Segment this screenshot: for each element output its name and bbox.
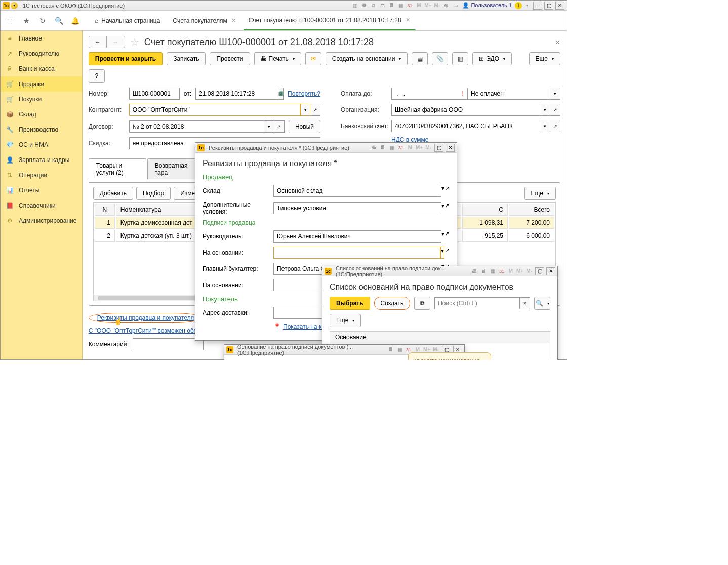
m-icon[interactable]: M <box>415 2 423 10</box>
tab-invoices[interactable]: Счета покупателям ✕ <box>168 11 241 30</box>
maximize-button[interactable]: ▢ <box>434 144 443 152</box>
manager-input[interactable] <box>273 230 441 243</box>
favorite-icon[interactable]: ★ <box>20 14 33 27</box>
post-button[interactable]: Провести <box>210 52 250 65</box>
org-input[interactable] <box>391 104 540 116</box>
open-icon[interactable]: ↗ <box>550 104 560 116</box>
sidebar-item-hr[interactable]: 👤Зарплата и кадры <box>1 152 82 168</box>
select-button[interactable]: Выбрать <box>330 297 370 310</box>
tab-returnable[interactable]: Возвратная тара <box>147 158 199 179</box>
clear-search-icon[interactable]: ✕ <box>520 297 530 309</box>
dropdown-icon[interactable]: ▾ <box>550 88 560 100</box>
info-caret-icon[interactable]: ▾ <box>523 2 531 10</box>
print-icon[interactable]: 🖶 <box>470 267 478 275</box>
list-button[interactable]: ▥ <box>452 52 468 65</box>
dropdown-icon[interactable]: ▾ <box>440 247 444 259</box>
m-plus-icon[interactable]: M+ <box>516 267 524 275</box>
tab-close-icon[interactable]: ✕ <box>406 17 410 23</box>
sidebar-item-sales[interactable]: 🛒Продажи <box>1 76 82 92</box>
sidebar-item-bank[interactable]: ₽Банк и касса <box>1 61 82 76</box>
email-button[interactable]: ✉ <box>305 52 321 65</box>
col-c[interactable]: С <box>462 204 508 216</box>
info-icon[interactable]: i <box>515 2 522 9</box>
m-minus-icon[interactable]: M- <box>525 267 533 275</box>
tab-close-icon[interactable]: ✕ <box>231 17 236 24</box>
payment-status-input[interactable] <box>467 88 550 100</box>
compare-icon[interactable]: ⚖ <box>378 2 386 10</box>
add-row-button[interactable]: Добавить <box>93 187 133 200</box>
close-button[interactable]: ✕ <box>546 267 555 275</box>
sidebar-item-admin[interactable]: ⚙Администрирование <box>1 213 82 228</box>
attach-button[interactable]: 📎 <box>432 52 448 65</box>
more-button[interactable]: Еще▾ <box>529 52 560 65</box>
bell-icon[interactable]: 🔔 <box>68 14 82 27</box>
maximize-button[interactable]: ▢ <box>535 267 544 275</box>
sidebar-item-reports[interactable]: 📊Отчеты <box>1 183 82 198</box>
edo-button[interactable]: ⊞ЭДО▾ <box>472 52 512 65</box>
sidebar-item-manager[interactable]: ↗Руководителю <box>1 46 82 61</box>
new-contract-button[interactable]: Новый <box>289 120 320 133</box>
copy-icon[interactable]: ⧉ <box>369 2 377 10</box>
current-user[interactable]: 👤 Пользователь 1 <box>460 2 514 9</box>
col-n[interactable]: N <box>95 204 115 216</box>
exchange-link[interactable]: С "ООО "ОптТоргСити"" возможен обме <box>89 327 201 334</box>
dropdown-icon[interactable]: ▾ <box>264 120 274 133</box>
m-plus-icon[interactable]: M+ <box>424 2 432 10</box>
m-icon[interactable]: M <box>507 267 515 275</box>
print-icon[interactable]: 🖶 <box>360 2 368 10</box>
sidebar-item-operations[interactable]: ⇅Операции <box>1 168 82 183</box>
repeat-link[interactable]: Повторять? <box>288 90 320 97</box>
nav-back-button[interactable]: ← <box>89 36 107 48</box>
contract-input[interactable] <box>129 120 264 133</box>
structure-button[interactable]: ▤ <box>412 52 428 65</box>
comment-input[interactable] <box>133 338 204 350</box>
history-icon[interactable]: ↻ <box>36 14 49 27</box>
maximize-button[interactable]: ▢ <box>544 2 553 10</box>
apps-icon[interactable]: ▦ <box>4 14 17 27</box>
print-button[interactable]: 🖶Печать▾ <box>254 52 301 65</box>
dropdown-icon[interactable]: ▾ <box>300 104 310 116</box>
conditions-input[interactable] <box>273 202 441 214</box>
table-more-button[interactable]: Еще▾ <box>524 187 556 200</box>
calc-icon[interactable]: 🖩 <box>387 2 395 10</box>
create-based-button[interactable]: Создать на основании▾ <box>326 52 408 65</box>
open-icon[interactable]: ↗ <box>550 120 560 132</box>
pick-button[interactable]: Подбор <box>136 187 171 200</box>
sidebar-item-production[interactable]: 🔧Производство <box>1 122 82 137</box>
close-button[interactable]: ✕ <box>446 144 455 152</box>
sidebar-item-catalogs[interactable]: 📕Справочники <box>1 198 82 213</box>
minimize-button[interactable]: — <box>533 2 542 10</box>
tab-goods[interactable]: Товары и услуги (2) <box>89 158 146 179</box>
sidebar-item-warehouse[interactable]: 📦Склад <box>1 107 82 122</box>
create-button[interactable]: Создать <box>374 297 411 310</box>
calendar-icon[interactable]: ▦ <box>395 346 403 354</box>
nav-forward-button[interactable]: → <box>107 36 125 48</box>
save-button[interactable]: Записать <box>167 52 206 65</box>
calc-icon[interactable]: 🖩 <box>479 267 488 275</box>
preview-icon[interactable]: ▥ <box>351 2 359 10</box>
search-go-button[interactable]: 🔍▾ <box>534 297 550 310</box>
seller-buyer-details-link[interactable]: Реквизиты продавца и покупателя <box>97 314 194 321</box>
date-icon[interactable]: 31 <box>406 2 414 10</box>
app-menu-icon[interactable]: ▾ <box>11 2 18 9</box>
tab-home[interactable]: ⌂ Начальная страница <box>90 11 166 30</box>
open-icon[interactable]: ↗ <box>310 104 320 116</box>
search-icon[interactable]: 🔍 <box>52 14 65 27</box>
tab-current-doc[interactable]: Счет покупателю Ш100-000001 от 21.08.201… <box>244 11 416 30</box>
dropdown-icon[interactable]: ▾ <box>540 104 550 116</box>
open-icon[interactable]: ↗ <box>274 120 285 133</box>
help-button[interactable]: ? <box>89 69 105 83</box>
number-input[interactable] <box>129 88 180 100</box>
date-input[interactable] <box>195 88 278 100</box>
sidebar-item-assets[interactable]: 💎ОС и НМА <box>1 137 82 152</box>
favorite-star-icon[interactable]: ☆ <box>130 36 139 48</box>
calendar-icon[interactable]: ▦ <box>489 267 497 275</box>
m-plus-icon[interactable]: M+ <box>415 144 423 152</box>
zoom-icon[interactable]: ⊕ <box>442 2 450 10</box>
book-icon[interactable]: ▭ <box>451 2 459 10</box>
more-button[interactable]: Еще▾ <box>330 314 361 327</box>
open-icon[interactable]: ↗ <box>444 230 450 243</box>
date-icon[interactable]: 31 <box>397 144 405 152</box>
sidebar-item-purchases[interactable]: 🛒Покупки <box>1 92 82 107</box>
col-total[interactable]: Всего <box>509 204 554 216</box>
